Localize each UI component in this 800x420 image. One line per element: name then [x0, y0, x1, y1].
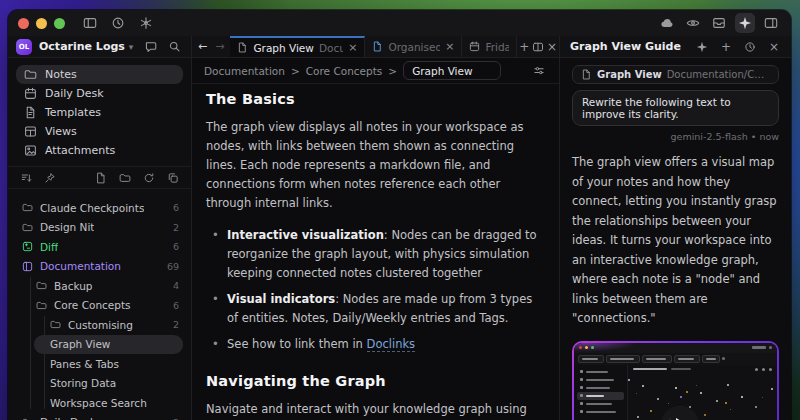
file-icon [372, 41, 383, 52]
image-icon [24, 144, 37, 157]
new-folder-icon[interactable] [119, 172, 131, 184]
tree-item-documentation[interactable]: Documentation 69 [8, 257, 191, 277]
sidebar-item-views[interactable]: Views [16, 122, 183, 141]
split-pane-icon[interactable] [531, 36, 545, 57]
tree-guide-line [30, 277, 31, 409]
panel-right-toggle-icon[interactable] [761, 13, 781, 33]
tree-item-workspace-search[interactable]: Workspace Search [8, 393, 191, 413]
folder-icon [36, 280, 47, 291]
back-arrow-icon[interactable]: ← [198, 40, 207, 53]
header-row: OL Octarine Logs ▾ ← → Graph View Docume… [8, 36, 791, 58]
mini-body [574, 365, 777, 420]
sort-icon[interactable] [20, 172, 32, 184]
video-preview[interactable] [572, 341, 779, 420]
note-count: 6 [173, 300, 179, 311]
breadcrumb-segment[interactable]: Core Concepts [306, 65, 383, 77]
sparkles-icon[interactable] [694, 39, 710, 55]
new-tab-button[interactable]: + [517, 36, 531, 57]
zoom-window-button[interactable] [54, 18, 65, 29]
note-count: 4 [173, 280, 179, 291]
mini-sidebar [574, 365, 628, 420]
new-chat-button[interactable]: + [719, 38, 733, 56]
sidebar-item-templates[interactable]: Templates [16, 103, 183, 122]
tree-item-core-concepts[interactable]: Core Concepts 6 [8, 296, 191, 316]
close-window-button[interactable] [18, 18, 29, 29]
close-panel-button[interactable]: × [767, 38, 781, 56]
ai-sparkles-icon[interactable] [735, 13, 755, 33]
sliders-filter-icon[interactable] [531, 63, 547, 79]
inbox-icon[interactable] [709, 13, 729, 33]
tree-item-diff[interactable]: Diff 6 [8, 237, 191, 257]
history-clock-icon[interactable] [108, 13, 128, 33]
sidebar-toolbar [8, 166, 191, 189]
note-title-input[interactable] [403, 61, 501, 80]
assistant-panel-header: Graph View Guide + × [560, 36, 791, 57]
tab-path: Documentatio [319, 42, 343, 54]
panel-left-toggle-icon[interactable] [80, 13, 100, 33]
refresh-icon[interactable] [143, 172, 155, 184]
workspace-logo: OL [16, 39, 32, 55]
cloud-sync-icon[interactable] [657, 13, 677, 33]
mini-titlebar [574, 343, 777, 353]
forward-arrow-icon[interactable]: → [215, 40, 224, 53]
tab-friday-daily[interactable]: Friday, D [462, 36, 517, 57]
section-heading: The Basics [206, 91, 545, 107]
close-icon[interactable]: × [348, 41, 357, 54]
minimize-window-button[interactable] [36, 18, 47, 29]
editor-pane: Documentation > Core Concepts > The Basi… [192, 58, 560, 420]
context-chip[interactable]: Graph View Documentation/Core Concepts [572, 65, 779, 84]
feedback-comment-icon[interactable] [142, 38, 159, 55]
list-item: Interactive visualization: Nodes can be … [206, 226, 545, 283]
list-item: Visual indicators: Nodes are made up fro… [206, 290, 545, 328]
folder-icon [22, 202, 33, 213]
mini-tab-strip [574, 353, 777, 365]
sparkle-burst-icon[interactable] [136, 13, 156, 33]
chat-history-icon[interactable] [742, 39, 758, 55]
nav-label: Notes [45, 68, 77, 81]
sidebar-item-attachments[interactable]: Attachments [16, 141, 183, 160]
tree-item-design-nit[interactable]: Design Nit 2 [8, 218, 191, 238]
folder-icon [50, 319, 61, 330]
new-note-icon[interactable] [95, 172, 107, 184]
model-name: gemini-2.5-flash [671, 131, 748, 142]
close-icon[interactable]: × [445, 40, 454, 53]
graph-node-dots [628, 379, 630, 381]
note-count: 2 [173, 222, 179, 233]
close-pane-button[interactable]: × [545, 36, 559, 57]
workspace-name[interactable]: Octarine Logs [39, 40, 125, 53]
pin-icon[interactable] [44, 172, 56, 184]
play-button[interactable] [662, 407, 698, 420]
tab-graph-view[interactable]: Graph View Documentatio × [230, 36, 365, 57]
mini-graph-header [633, 368, 772, 371]
tab-organised-notes[interactable]: Organised Notes × [365, 36, 462, 57]
mini-graph-area [628, 365, 777, 420]
tree-item-customising[interactable]: Customising 2 [8, 315, 191, 335]
tree-item-backup[interactable]: Backup 4 [8, 276, 191, 296]
book-icon [22, 261, 33, 272]
duplicate-icon[interactable] [167, 172, 179, 184]
paragraph: The graph view displays all notes in you… [206, 118, 545, 213]
nav-label: Attachments [45, 144, 115, 157]
note-count: 6 [173, 241, 179, 252]
assistant-panel: Graph View Documentation/Core Concepts R… [560, 58, 791, 420]
doclinks-link[interactable]: Doclinks [367, 337, 416, 352]
tree-item-daily-desk[interactable]: Daily Desk 3 [8, 413, 191, 420]
search-icon[interactable] [166, 38, 183, 55]
eye-icon[interactable] [683, 13, 703, 33]
tree-guide-line [44, 316, 45, 409]
tree-item-panes-tabs[interactable]: Panes & Tabs [8, 354, 191, 374]
breadcrumb: Documentation > Core Concepts > [192, 58, 559, 84]
folder-icon [24, 68, 37, 81]
folder-tree: Claude Checkpoints 6 Design Nit 2 Diff 6… [8, 189, 191, 420]
calendar-icon [469, 41, 480, 52]
sidebar-item-notes[interactable]: Notes [16, 65, 183, 84]
tree-item-claude-checkpoints[interactable]: Claude Checkpoints 6 [8, 198, 191, 218]
tab-title: Friday, D [485, 41, 509, 53]
section-heading: Navigating the Graph [206, 373, 545, 389]
sidebar-item-daily-desk[interactable]: Daily Desk [16, 84, 183, 103]
tree-item-graph-view[interactable]: Graph View [34, 335, 183, 355]
tab-title: Graph View [253, 42, 313, 54]
breadcrumb-segment[interactable]: Documentation [204, 65, 285, 77]
tree-item-storing-data[interactable]: Storing Data [8, 374, 191, 394]
nav-label: Daily Desk [45, 87, 104, 100]
